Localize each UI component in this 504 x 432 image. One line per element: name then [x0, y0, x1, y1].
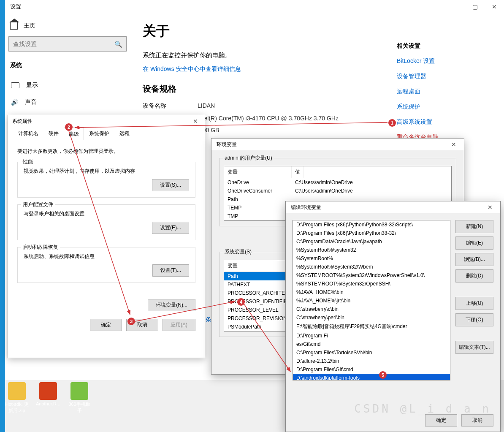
link-devmgr[interactable]: 设备管理器: [397, 73, 490, 80]
table-row[interactable]: OneDriveConsumerC:\Users\admin\OneDrive: [224, 187, 451, 195]
list-item[interactable]: D:\Program Files (x86)\Python\Python38-3…: [293, 220, 450, 229]
sysprops-tabs: 计算机名 硬件 高级 系统保护 远程: [11, 127, 202, 140]
sysprops-title: 系统属性: [12, 118, 33, 125]
settings-title: 设置: [10, 3, 21, 11]
new-button[interactable]: 新建(N): [455, 220, 493, 233]
list-item[interactable]: C:\strawberry\c\bin: [293, 305, 450, 313]
minimize-button[interactable]: ─: [446, 0, 465, 14]
list-item[interactable]: C:\strawberry\perl\bin: [293, 313, 450, 322]
perf-settings-button[interactable]: 设置(S)...: [152, 179, 189, 191]
ok-button[interactable]: 确定: [425, 414, 457, 427]
nav-display[interactable]: 显示: [8, 77, 127, 94]
tab-protect[interactable]: 系统保护: [84, 127, 114, 140]
settings-titlebar: 设置 ─ ▢ ✕: [5, 0, 504, 14]
browse-button[interactable]: 浏览(B)...: [455, 253, 493, 266]
env-title: 环境变量: [217, 141, 237, 148]
badge-4: 4: [237, 298, 245, 306]
cpu-value: Intel(R) Core(TM) i3-4170 CPU @ 3.70GHz …: [198, 115, 339, 122]
tab-computer[interactable]: 计算机名: [13, 127, 43, 140]
search-input[interactable]: [8, 36, 127, 52]
group-performance: 性能 视觉效果，处理器计划，内存使用，以及虚拟内存 设置(S)...: [17, 162, 195, 198]
nav-home-label: 主页: [24, 22, 35, 30]
badge-2: 2: [65, 123, 73, 131]
nav-sound[interactable]: 🔊 声音: [8, 94, 127, 111]
list-item[interactable]: %JAVA_HOME%\jre\bin: [293, 296, 450, 305]
link-sysprotect[interactable]: 系统保护: [397, 103, 490, 111]
close-button[interactable]: ✕: [485, 0, 504, 14]
list-item[interactable]: C:\ProgramData\Oracle\Java\javapath: [293, 237, 450, 246]
cancel-button[interactable]: 取消: [461, 414, 493, 427]
list-item[interactable]: %SystemRoot%\system32: [293, 246, 450, 254]
list-item[interactable]: es\Git\cmd: [293, 340, 450, 348]
list-item[interactable]: %SYSTEMROOT%\System32\OpenSSH\: [293, 280, 450, 288]
link-advanced[interactable]: 高级系统设置: [397, 118, 490, 126]
list-item[interactable]: D:\allure-2.13.2\bin: [293, 357, 450, 365]
close-icon[interactable]: ✕: [189, 116, 202, 126]
up-button[interactable]: 上移(U): [455, 297, 493, 310]
list-item[interactable]: %SystemRoot%\System32\Wbem: [293, 263, 450, 271]
edit-title: 编辑环境变量: [291, 204, 321, 211]
edit-button[interactable]: 编辑(E): [455, 236, 493, 250]
desktop-icon[interactable]: Another.R...: [35, 382, 61, 414]
list-item[interactable]: %JAVA_HOME%\bin: [293, 288, 450, 296]
startup-settings-button[interactable]: 设置(T)...: [152, 264, 189, 277]
sound-icon: 🔊: [11, 99, 18, 106]
tab-remote[interactable]: 远程: [114, 127, 135, 140]
link-bitlocker[interactable]: BitLocker 设置: [397, 57, 490, 65]
page-title: 关于: [143, 22, 494, 41]
group-profile: 用户配置文件 与登录帐户相关的桌面设置 设置(E)...: [17, 204, 195, 240]
list-item[interactable]: D:\Program Fi: [293, 331, 450, 340]
related-links: 相关设置 BitLocker 设置 设备管理器 远程桌面 系统保护 高级系统设置…: [397, 42, 490, 149]
path-list[interactable]: D:\Program Files (x86)\Python\Python38-3…: [293, 220, 450, 380]
list-item[interactable]: D:\Program Files (x86)\Python\Python38-3…: [293, 229, 450, 237]
apply-button[interactable]: 应用(A): [163, 319, 195, 331]
device-name-label: 设备名称: [143, 102, 198, 110]
nav-home[interactable]: 主页: [8, 19, 127, 36]
list-item[interactable]: C:\Program Files\TortoiseSVN\bin: [293, 348, 450, 357]
list-item[interactable]: %SYSTEMROOT%\System32\WindowsPowerShell\…: [293, 271, 450, 280]
watermark: CSDN @L_i_d_a_n: [354, 402, 491, 415]
close-icon[interactable]: ✕: [447, 139, 461, 149]
delete-button[interactable]: 删除(D): [455, 269, 493, 283]
group-startup: 启动和故障恢复 系统启动、系统故障和调试信息 设置(T)...: [17, 247, 195, 283]
home-icon: [10, 22, 18, 30]
list-item[interactable]: %SystemRoot%: [293, 254, 450, 263]
list-item[interactable]: D:\androidsdk\platform-tools: [293, 374, 450, 380]
edit-env-dialog: 编辑环境变量 ✕ D:\Program Files (x86)\Python\P…: [285, 201, 501, 432]
tab-hardware[interactable]: 硬件: [43, 127, 64, 140]
display-icon: [11, 82, 19, 88]
badge-3: 3: [127, 318, 135, 325]
ok-button[interactable]: 确定: [90, 319, 122, 331]
nav-category: 系统: [8, 59, 127, 77]
device-name-value: LIDAN: [198, 102, 215, 110]
envvar-button[interactable]: 环境变量(N)...: [148, 299, 195, 311]
system-properties-dialog: 系统属性 ✕ 计算机名 硬件 高级 系统保护 远程 要进行大多数更改，你必须作为…: [8, 115, 205, 358]
down-button[interactable]: 下移(O): [455, 313, 493, 326]
badge-1: 1: [388, 119, 396, 127]
desktop-icon[interactable]: i-iot-sdk. 更新后.zip: [4, 382, 30, 414]
admin-hint: 要进行大多数更改，你必须作为管理员登录。: [17, 148, 195, 155]
search-icon: 🔍: [114, 41, 122, 48]
list-item[interactable]: E:\智能物联|音箱烧程序\F29博实结4G音响\cmder: [293, 322, 450, 331]
search-box[interactable]: 🔍: [8, 36, 127, 52]
link-rdp[interactable]: 远程桌面: [397, 88, 490, 95]
maximize-button[interactable]: ▢: [465, 0, 485, 14]
edit-text-button[interactable]: 编辑文本(T)...: [455, 341, 493, 354]
profile-settings-button[interactable]: 设置(E)...: [152, 222, 189, 234]
list-item[interactable]: D:\Program Files\Git\cmd: [293, 365, 450, 374]
close-icon[interactable]: ✕: [483, 202, 497, 212]
desktop-icon[interactable]: 360手机助手: [67, 382, 92, 414]
table-row[interactable]: OneDriveC:\Users\admin\OneDrive: [224, 178, 451, 187]
desktop-icons: i-iot-sdk. 更新后.zip Another.R... 360手机助手: [4, 382, 92, 414]
related-heading: 相关设置: [397, 42, 490, 50]
badge-5: 5: [379, 371, 387, 379]
